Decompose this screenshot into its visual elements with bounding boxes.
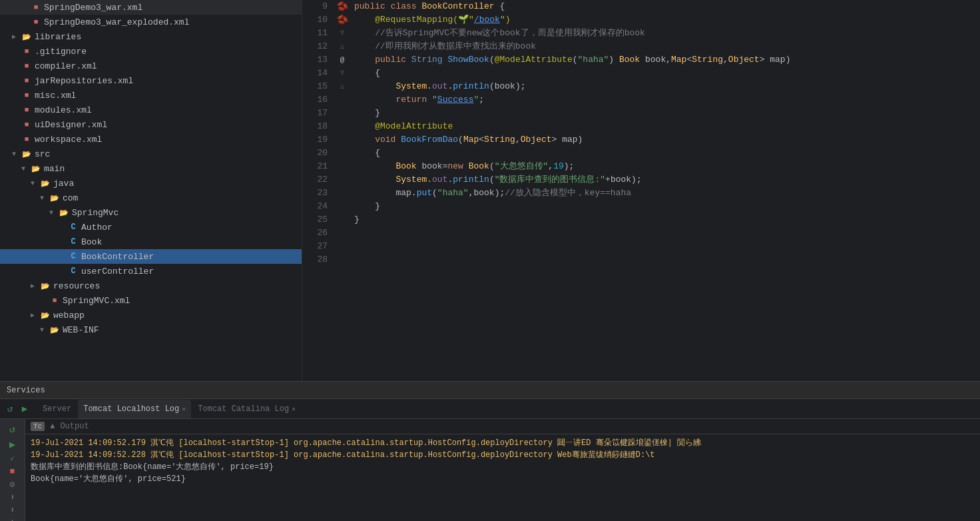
stop-btn[interactable]: ■	[3, 466, 22, 476]
webapp-folder-icon: 📂	[40, 310, 51, 320]
expand-icon[interactable]: ▲	[50, 422, 55, 431]
main-folder-icon: 📂	[31, 163, 41, 174]
arrow-down-btn[interactable]: ⬇	[3, 505, 22, 515]
tree-item-libraries[interactable]: ▶ 📂 libraries	[0, 29, 302, 44]
tree-item-webapp[interactable]: ▶ 📂 webapp	[0, 308, 302, 322]
play-btn[interactable]: ▶	[3, 438, 22, 451]
tree-label: SpringMVC.xml	[63, 296, 130, 306]
tab-tomcat-catalina[interactable]: Tomcat Catalina Log ✕	[192, 400, 301, 418]
main-area: ■ SpringDemo3_war.xml ■ SpringDemo3_war_…	[0, 0, 980, 381]
tree-item-com[interactable]: ▼ 📂 com	[0, 191, 302, 205]
tree-item-bookcontroller[interactable]: C BookController	[0, 249, 302, 264]
tree-item-gitignore[interactable]: ■ .gitignore	[0, 44, 302, 59]
tree-item-misc[interactable]: ■ misc.xml	[0, 88, 302, 103]
arrow-libraries: ▶	[12, 33, 21, 41]
tab-tomcat-localhost-close[interactable]: ✕	[182, 405, 186, 413]
rerun-btn[interactable]: ↺	[3, 423, 22, 436]
tree-item-usercontroller[interactable]: C userController	[0, 264, 302, 278]
tree-label: SpringDemo3_war_exploded.xml	[44, 17, 189, 27]
line-numbers: 9 10 11 12 13 14 15 16 17 18 19 20 21 22…	[302, 0, 336, 381]
tree-item-modules[interactable]: ■ modules.xml	[0, 103, 302, 117]
code-line-13: //即用我刚才从数据库中查找出来的book	[354, 40, 980, 53]
run-restart-btn[interactable]: ↺	[3, 402, 17, 416]
tree-label: libraries	[35, 32, 81, 42]
code-line-16: System.out.println(book);	[354, 80, 980, 93]
tree-item-main[interactable]: ▼ 📂 main	[0, 161, 302, 176]
code-line-24: Book book=new Book("大忽悠自传",19);	[354, 160, 980, 173]
bottom-panel: Services ↺ ▶ Server Tomcat Localhost Log…	[0, 381, 980, 521]
code-line-22: void BookFromDao(Map<String,Object> map)	[354, 133, 980, 147]
tree-item-java[interactable]: ▼ 📂 java	[0, 176, 302, 191]
console-area: ↺ ▶ ✓ ■ ⚙ ⬆ ⬇ ⋮ Tc ▲ Output 19-Jul-2021 …	[0, 419, 980, 521]
gutter: 🫘 🫘 ▽ △ @ ▽ △	[336, 0, 349, 381]
output-label: Output	[60, 422, 89, 431]
code-line-18: }	[354, 107, 980, 120]
code-line-21: @ModelAttribute	[354, 120, 980, 133]
run-icons: ↺ ▶	[3, 402, 32, 416]
more-btn[interactable]: ⋮	[3, 518, 22, 521]
tree-label: modules.xml	[35, 105, 92, 115]
console-line-1: 19-Jul-2021 14:09:52.228 淇℃伅 [localhost-…	[31, 449, 975, 461]
run-btn[interactable]: ▶	[18, 402, 31, 416]
tab-tomcat-catalina-close[interactable]: ✕	[292, 405, 296, 413]
tree-label: resources	[53, 281, 100, 291]
file-tree: ■ SpringDemo3_war.xml ■ SpringDemo3_war_…	[0, 0, 302, 381]
arrow-java: ▼	[31, 180, 40, 187]
tree-item-resources[interactable]: ▶ 📂 resources	[0, 278, 302, 293]
tree-item-uidesigner[interactable]: ■ uiDesigner.xml	[0, 117, 302, 132]
tc-label: Tc	[31, 422, 45, 431]
console-line-3: Book{name='大忽悠自传', price=521}	[31, 473, 975, 485]
tree-label: uiDesigner.xml	[35, 120, 107, 130]
tree-item-workspace[interactable]: ■ workspace.xml	[0, 132, 302, 147]
code-editor[interactable]: 9 10 11 12 13 14 15 16 17 18 19 20 21 22…	[302, 0, 980, 381]
folder-icon: 📂	[21, 31, 32, 42]
settings-btn[interactable]: ⚙	[3, 479, 22, 490]
tab-server-label: Server	[43, 404, 71, 414]
tab-server[interactable]: Server	[37, 400, 77, 418]
tree-label: src	[35, 149, 50, 159]
code-line-12: //告诉SpringMVC不要new这个book了，而是使用我刚才保存的book	[354, 27, 980, 40]
arrow-resources: ▶	[31, 282, 40, 290]
code-content[interactable]: public class BookController { @RequestMa…	[349, 0, 980, 381]
tree-item-jar[interactable]: ■ jarRepositories.xml	[0, 73, 302, 88]
tree-item-springdemo3-war[interactable]: ■ SpringDemo3_war.xml	[0, 0, 302, 15]
tree-item-book[interactable]: C Book	[0, 235, 302, 249]
com-folder-icon: 📂	[49, 193, 60, 203]
arrow-up-btn[interactable]: ⬆	[3, 492, 22, 502]
tree-label: Author	[81, 223, 113, 233]
tree-label: compiler.xml	[35, 61, 97, 71]
tree-item-compiler[interactable]: ■ compiler.xml	[0, 59, 302, 73]
tree-item-springmvc[interactable]: ▼ 📂 SpringMvc	[0, 205, 302, 220]
arrow-src: ▼	[12, 151, 21, 158]
tree-label: WEB-INF	[63, 325, 99, 335]
src-folder-icon: 📂	[21, 149, 32, 159]
misc-icon: ■	[21, 90, 32, 101]
tabs-bar: ↺ ▶ Server Tomcat Localhost Log ✕ Tomcat…	[0, 399, 980, 419]
tree-label: main	[44, 164, 65, 174]
code-line-27: }	[354, 200, 980, 213]
tab-tomcat-localhost[interactable]: Tomcat Localhost Log ✕	[78, 400, 191, 418]
arrow-com: ▼	[40, 195, 49, 202]
tree-item-src[interactable]: ▼ 📂 src	[0, 147, 302, 161]
tree-label: SpringDemo3_war.xml	[44, 3, 142, 13]
console-output: Tc ▲ Output 19-Jul-2021 14:09:52.179 淇℃伅…	[25, 419, 980, 521]
code-line-11: @RequestMapping(🌱"/book")	[354, 13, 980, 27]
tab-tomcat-catalina-label: Tomcat Catalina Log	[198, 404, 289, 414]
tree-label: BookController	[81, 252, 154, 262]
console-lines: 19-Jul-2021 14:09:52.179 淇℃伅 [localhost-…	[25, 434, 980, 521]
tree-item-springmvcxml[interactable]: ■ SpringMVC.xml	[0, 293, 302, 308]
resources-folder-icon: 📂	[40, 280, 51, 291]
workspace-icon: ■	[21, 134, 32, 145]
tree-label: java	[53, 179, 74, 189]
check-btn[interactable]: ✓	[3, 454, 22, 464]
tree-item-author[interactable]: C Author	[0, 220, 302, 235]
code-line-28: }	[354, 213, 980, 227]
bookcontroller-class-icon: C	[68, 251, 79, 262]
tree-item-webinf[interactable]: ▼ 📂 WEB-INF	[0, 322, 302, 337]
tree-label: userController	[81, 266, 154, 276]
tree-label: workspace.xml	[35, 135, 102, 145]
tree-label: SpringMvc	[72, 208, 119, 218]
tree-label: .gitignore	[35, 47, 87, 57]
usercontroller-class-icon: C	[68, 266, 79, 276]
tree-item-springdemo3-war-exploded[interactable]: ■ SpringDemo3_war_exploded.xml	[0, 15, 302, 29]
